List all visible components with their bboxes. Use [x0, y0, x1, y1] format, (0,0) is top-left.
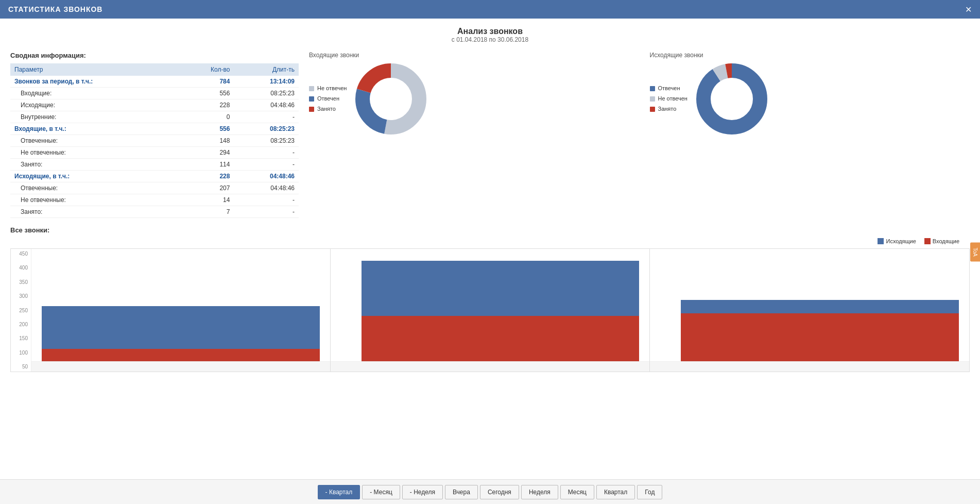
row-qty: 207	[180, 182, 234, 194]
row-label[interactable]: Входящие, в т.ч.:	[10, 123, 180, 135]
bar-chart-3	[650, 248, 970, 372]
row-qty: 14	[180, 194, 234, 206]
nav-button[interactable]: - Квартал	[318, 485, 360, 499]
table-row: Звонков за период, в т.ч.:78413:14:09	[10, 76, 299, 88]
outgoing-legend: ОтвеченНе отвеченЗанято	[650, 83, 687, 114]
bar-legend-label: Исходящие	[886, 238, 916, 244]
row-duration: -	[234, 194, 299, 206]
outgoing-chart-container: ОтвеченНе отвеченЗанято	[650, 63, 970, 135]
row-label: Входящие:	[10, 88, 180, 99]
col-qty: Кол-во	[180, 63, 234, 76]
y-axis-label: 100	[12, 350, 30, 356]
row-duration: 04:48:46	[234, 171, 299, 182]
bar-2-incoming	[362, 316, 640, 361]
bar-legend: ИсходящиеВходящие	[10, 238, 970, 244]
legend-item: Отвечен	[309, 94, 347, 104]
outgoing-chart-title: Исходящие звонки	[650, 52, 970, 59]
nav-button[interactable]: Неделя	[521, 485, 558, 499]
app-title: СТАТИСТИКА ЗВОНКОВ	[8, 5, 102, 13]
legend-item: Отвечен	[650, 83, 687, 94]
legend-dot	[650, 86, 655, 91]
row-qty: 7	[180, 206, 234, 218]
legend-dot	[309, 86, 314, 91]
y-axis-label: 350	[12, 279, 30, 285]
table-row: Входящие:55608:25:23	[10, 88, 299, 99]
bar-2-outgoing	[362, 261, 640, 316]
y-axis-spacer-2	[331, 249, 351, 372]
bar-2-stack	[362, 261, 640, 361]
row-qty: 556	[180, 123, 234, 135]
close-button[interactable]: ✕	[965, 5, 972, 14]
incoming-chart-container: Не отвеченОтвеченЗанято	[309, 63, 629, 135]
bar-3-stack	[681, 300, 959, 361]
row-label: Занято:	[10, 159, 180, 171]
row-duration: 04:48:46	[234, 99, 299, 111]
row-qty: 294	[180, 147, 234, 159]
bottom-nav-bar: - Квартал- Месяц- НеделяВчераСегодняНеде…	[0, 479, 980, 504]
bar-3-inner	[670, 249, 969, 372]
row-duration: 13:14:09	[234, 76, 299, 88]
row-label: Внутренние:	[10, 111, 180, 123]
legend-dot	[309, 96, 314, 102]
row-label: Отвеченные:	[10, 135, 180, 147]
bars-area: 45040035030025020015010050	[10, 248, 970, 372]
bar-2-xaxis	[331, 361, 650, 372]
row-duration: -	[234, 206, 299, 218]
bar-3-stack-wrapper	[670, 249, 969, 361]
row-qty: 148	[180, 135, 234, 147]
nav-button[interactable]: Год	[637, 485, 662, 499]
incoming-legend: Не отвеченОтвеченЗанято	[309, 83, 347, 114]
bar-1-incoming	[42, 349, 320, 361]
row-duration: -	[234, 159, 299, 171]
row-duration: 08:25:23	[234, 123, 299, 135]
row-duration: -	[234, 147, 299, 159]
table-row: Входящие, в т.ч.:55608:25:23	[10, 123, 299, 135]
row-label[interactable]: Звонков за период, в т.ч.:	[10, 76, 180, 88]
row-qty: 556	[180, 88, 234, 99]
table-row: Отвеченные:20704:48:46	[10, 182, 299, 194]
nav-button[interactable]: Квартал	[596, 485, 635, 499]
table-row: Исходящие:22804:48:46	[10, 99, 299, 111]
bar-1-stack-wrapper	[31, 249, 330, 361]
legend-item: Не отвечен	[650, 94, 687, 104]
table-row: Занято:114-	[10, 159, 299, 171]
table-row: Отвеченные:14808:25:23	[10, 135, 299, 147]
bar-chart-2	[331, 248, 650, 372]
row-label: Исходящие:	[10, 99, 180, 111]
row-label[interactable]: Исходящие, в т.ч.:	[10, 171, 180, 182]
summary-title: Сводная информация:	[10, 52, 299, 59]
legend-dot	[650, 107, 655, 112]
row-label: Отвеченные:	[10, 182, 180, 194]
nav-button[interactable]: Вчера	[445, 485, 478, 499]
bar-legend-dot	[924, 238, 931, 244]
col-param: Параметр	[10, 63, 180, 76]
y-axis-label: 450	[12, 251, 30, 257]
bar-legend-item: Входящие	[924, 238, 959, 244]
left-panel: Сводная информация: Параметр Кол-во Длит…	[10, 52, 299, 218]
row-duration: 08:25:23	[234, 135, 299, 147]
bar-1-stack	[42, 306, 320, 361]
incoming-chart-title: Входящие звонки	[309, 52, 629, 59]
row-label: Не отвеченные:	[10, 147, 180, 159]
main-content: Анализ звонков с 01.04.2018 по 30.06.201…	[0, 19, 980, 479]
sidebar-tab[interactable]: ToA	[970, 242, 980, 261]
page-title: Анализ звонков	[10, 27, 970, 36]
outgoing-chart-section: Исходящие звонки ОтвеченНе отвеченЗанято	[650, 52, 970, 218]
summary-table: Параметр Кол-во Длит-ть Звонков за перио…	[10, 63, 299, 218]
nav-button[interactable]: Месяц	[560, 485, 594, 499]
bar-chart-1: 45040035030025020015010050	[10, 248, 331, 372]
y-axis-label: 250	[12, 308, 30, 313]
legend-item: Занято	[650, 104, 687, 114]
table-header-row: Параметр Кол-во Длит-ть	[10, 63, 299, 76]
legend-label: Не отвечен	[317, 83, 347, 94]
y-axis-labels-1: 45040035030025020015010050	[11, 249, 31, 372]
table-row: Внутренние:0-	[10, 111, 299, 123]
row-qty: 784	[180, 76, 234, 88]
y-axis-label: 200	[12, 322, 30, 327]
incoming-donut	[355, 63, 427, 135]
legend-label: Не отвечен	[658, 94, 687, 104]
legend-item: Занято	[309, 104, 347, 114]
nav-button[interactable]: - Неделя	[402, 485, 443, 499]
nav-button[interactable]: - Месяц	[362, 485, 400, 499]
nav-button[interactable]: Сегодня	[480, 485, 519, 499]
